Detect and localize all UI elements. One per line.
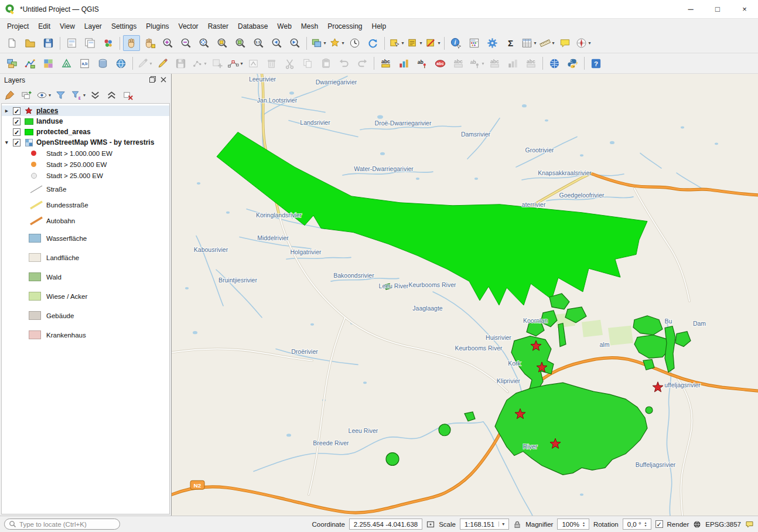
highlight-pinned-labels-button[interactable]: abc [432, 56, 449, 71]
new-print-layout-button[interactable] [63, 35, 80, 51]
layer-item-landuse[interactable]: ✓landuse [2, 116, 169, 127]
menu-layer[interactable]: Layer [80, 21, 107, 32]
toggle-editing-button[interactable] [154, 56, 171, 71]
modify-attributes-button[interactable] [245, 56, 262, 71]
undo-button[interactable] [336, 56, 353, 71]
menu-vector[interactable]: Vector [174, 21, 203, 32]
close-panel-button[interactable] [160, 76, 167, 85]
zoom-native-button[interactable]: 1:1 [250, 35, 267, 51]
add-record-button[interactable] [209, 56, 226, 71]
remove-layer-button[interactable] [121, 88, 135, 102]
filter-by-expression-button[interactable]: ε▾ [70, 88, 86, 102]
expand-all-button[interactable] [88, 88, 103, 102]
layer-visibility-checkbox[interactable]: ✓ [13, 139, 21, 146]
layout-manager-button[interactable] [81, 35, 98, 51]
add-raster-layer-button[interactable] [40, 56, 57, 71]
menu-plugins[interactable]: Plugins [141, 21, 173, 32]
zoom-next-button[interactable] [286, 35, 303, 51]
messages-icon[interactable] [745, 520, 754, 528]
add-mesh-layer-button[interactable] [58, 56, 75, 71]
layer-labeling-button[interactable]: abc [377, 56, 394, 71]
temporal-controller-button[interactable] [346, 35, 363, 51]
expand-arrow-icon[interactable]: ▸ [5, 108, 13, 114]
rotation-spinbox[interactable]: 0,0 °▴▾ [623, 519, 651, 530]
help-contents-button[interactable]: ? [588, 56, 605, 71]
float-panel-button[interactable] [149, 76, 156, 85]
add-postgis-layer-button[interactable] [94, 56, 111, 71]
deselect-features-button[interactable]: ▾ [424, 35, 441, 51]
add-delimited-text-button[interactable]: a,b [76, 56, 93, 71]
layer-item-openstreetmap-wms-by-terrestris[interactable]: ▾✓OpenStreetMap WMS - by terrestris [2, 137, 169, 148]
statistics-summary-button[interactable]: Σ [502, 35, 519, 51]
copy-features-button[interactable] [299, 56, 316, 71]
menu-raster[interactable]: Raster [203, 21, 233, 32]
redo-button[interactable] [354, 56, 371, 71]
new-project-button[interactable] [4, 35, 21, 51]
expand-arrow-icon[interactable]: ▾ [5, 139, 13, 145]
curved-label-button[interactable] [504, 56, 521, 71]
layer-visibility-checkbox[interactable]: ✓ [13, 107, 21, 115]
layer-diagram-options-button[interactable] [395, 56, 412, 71]
manage-map-themes-button[interactable]: ▾ [35, 88, 52, 102]
collapse-all-button[interactable] [104, 88, 119, 102]
current-edits-button[interactable]: ▾ [136, 56, 153, 71]
minimize-button[interactable]: ─ [677, 0, 704, 18]
menu-database[interactable]: Database [233, 21, 272, 32]
save-edits-button[interactable] [172, 56, 189, 71]
pan-map-button[interactable] [123, 35, 140, 51]
menu-help[interactable]: Help [367, 21, 391, 32]
menu-mesh[interactable]: Mesh [296, 21, 323, 32]
refresh-map-button[interactable] [364, 35, 381, 51]
menu-settings[interactable]: Settings [107, 21, 141, 32]
vertex-tool-button[interactable]: ▾ [227, 56, 244, 71]
digitize-with-segment-button[interactable]: ▾ [190, 56, 207, 71]
add-group-button[interactable] [19, 88, 33, 102]
metasearch-button[interactable] [546, 56, 563, 71]
render-checkbox[interactable]: ✓ [655, 520, 663, 528]
attribute-table-button[interactable]: ▾ [520, 35, 537, 51]
add-wms-layer-button[interactable] [112, 56, 129, 71]
extent-toggle-icon[interactable] [426, 520, 435, 528]
menu-project[interactable]: Project [2, 21, 33, 32]
close-button[interactable]: × [731, 0, 758, 18]
menu-view[interactable]: View [55, 21, 80, 32]
zoom-in-button[interactable] [159, 35, 176, 51]
scale-combo[interactable]: 1:168.151▾ [460, 519, 509, 530]
rotation-spin-arrows-icon[interactable]: ▴▾ [645, 521, 647, 527]
zoom-out-button[interactable] [177, 35, 194, 51]
save-project-button[interactable] [40, 35, 57, 51]
cut-features-button[interactable] [281, 56, 298, 71]
annotations-button[interactable]: ▾ [575, 35, 592, 51]
open-layer-styling-button[interactable] [2, 88, 17, 102]
scale-dropdown-arrow-icon[interactable]: ▾ [498, 521, 504, 527]
layer-visibility-checkbox[interactable]: ✓ [13, 128, 21, 136]
select-features-button[interactable]: ▾ [388, 35, 405, 51]
add-vector-layer-button[interactable] [22, 56, 39, 71]
coordinate-value[interactable]: 2.255.454 -4.041.638 [349, 519, 422, 530]
menu-processing[interactable]: Processing [323, 21, 367, 32]
maximize-button[interactable]: □ [704, 0, 731, 18]
pin-unpin-labels-button[interactable]: ab [414, 56, 431, 71]
menu-web[interactable]: Web [272, 21, 296, 32]
layer-item-protected-areas[interactable]: ✓protected_areas [2, 127, 169, 137]
identify-features-button[interactable]: i [448, 35, 465, 51]
crs-globe-icon[interactable] [693, 520, 701, 528]
label-properties-button[interactable]: abc [523, 56, 540, 71]
rotate-label-button[interactable]: ab▾ [468, 56, 485, 71]
python-console-button[interactable] [564, 56, 581, 71]
zoom-to-selection-button[interactable] [214, 35, 231, 51]
move-label-button[interactable]: abc [450, 56, 467, 71]
processing-toolbox-button[interactable] [484, 35, 501, 51]
zoom-full-button[interactable] [196, 35, 213, 51]
new-map-view-button[interactable]: ▾ [310, 35, 327, 51]
zoom-to-layer-button[interactable] [232, 35, 249, 51]
magnifier-spin-arrows-icon[interactable]: ▴▾ [583, 521, 585, 527]
filter-legend-button[interactable] [53, 88, 68, 102]
delete-selected-button[interactable] [263, 56, 280, 71]
lock-scale-icon[interactable] [513, 520, 521, 528]
pan-to-selection-button[interactable] [141, 35, 158, 51]
paste-features-button[interactable] [317, 56, 334, 71]
menu-edit[interactable]: Edit [33, 21, 55, 32]
map-canvas[interactable]: N2LeeurivierDwarriegarivierJan Lootsrivi… [172, 74, 758, 516]
magnifier-spinbox[interactable]: 100%▴▾ [557, 519, 589, 530]
